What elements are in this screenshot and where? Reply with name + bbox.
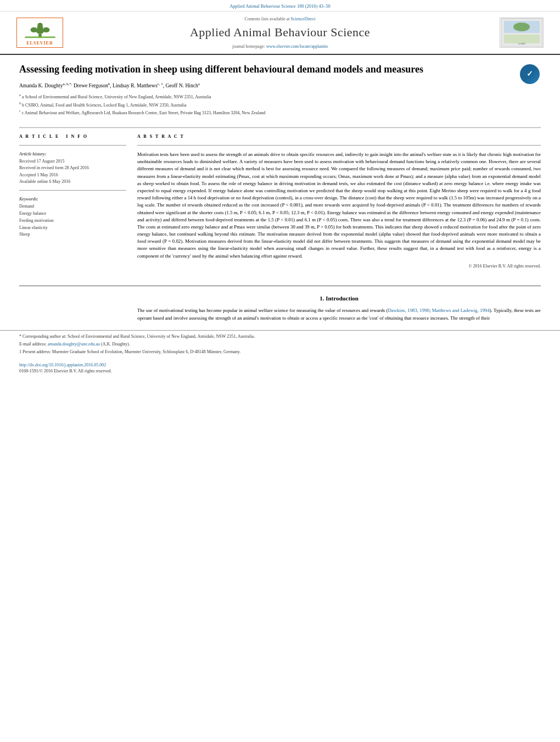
elsevier-label: ELSEVIER: [17, 39, 63, 47]
email-label: E-mail address:: [19, 342, 47, 347]
email-link[interactable]: amanda.doughty@une.edu.au: [48, 342, 100, 347]
sciencedirect-link[interactable]: ScienceDirect: [291, 16, 316, 21]
author-hinch: Geoff N. Hinch: [165, 83, 198, 89]
crossmark-icon: ✓: [520, 64, 540, 84]
author-ferguson: Drewe Ferguson: [74, 83, 108, 89]
article-info-heading: A R T I C L E I N F O: [19, 133, 126, 140]
affil-c: c c Animal Behaviour and Welfare, AgRese…: [19, 109, 513, 116]
introduction-section: 1. Introduction The use of motivational …: [0, 286, 560, 330]
abstract-heading: A B S T R A C T: [137, 133, 541, 140]
intro-right-col: 1. Introduction The use of motivational …: [137, 294, 541, 322]
intro-left-col: [19, 294, 126, 322]
email-suffix: (A.K. Doughty).: [101, 342, 130, 347]
svg-point-3: [37, 23, 42, 26]
svg-rect-6: [25, 36, 55, 38]
journal-url[interactable]: www.elsevier.com/locate/applanim: [266, 44, 328, 49]
article-title: Assessing feeding motivation in sheep us…: [19, 63, 513, 76]
svg-point-9: [513, 23, 530, 31]
elsevier-tree-icon: [24, 20, 57, 39]
journal-logo-right: AABS: [494, 18, 544, 48]
author-doughty-affil: a, b,: [63, 82, 69, 86]
intro-two-col: 1. Introduction The use of motivational …: [19, 294, 541, 322]
copyright: © 2016 Elsevier B.V. All rights reserved…: [137, 263, 541, 269]
cover-svg: AABS: [501, 18, 542, 47]
keyword-sheep: Sheep: [19, 231, 126, 238]
keyword-energy: Energy balance: [19, 210, 126, 217]
elsevier-logo: ELSEVIER: [16, 18, 66, 48]
contents-line: Contents lists available at ScienceDirec…: [66, 16, 494, 22]
doi-copyright: 0168-1591/© 2016 Elsevier B.V. All right…: [19, 369, 111, 373]
author-doughty: Amanda K. Doughty: [19, 83, 63, 89]
abstract-col: A B S T R A C T Motivation tests have be…: [137, 133, 541, 269]
footnotes-area: * Corresponding author at: School of Env…: [0, 330, 560, 359]
author-matthews-affil: c, 1: [158, 82, 163, 86]
revised-date: Received in revised form 28 April 2016: [19, 165, 126, 171]
journal-homepage: journal homepage: www.elsevier.com/locat…: [66, 43, 494, 49]
article-info-col: A R T I C L E I N F O Article history: R…: [19, 133, 126, 269]
keyword-linear: Linear elasticity: [19, 225, 126, 232]
author-hinch-affil: a: [198, 82, 200, 86]
article-dates: Received 17 August 2015 Received in revi…: [19, 158, 126, 185]
page: Applied Animal Behaviour Science 180 (20…: [0, 0, 560, 742]
svg-text:AABS: AABS: [518, 42, 525, 45]
journal-citation: Applied Animal Behaviour Science 180 (20…: [229, 3, 331, 9]
ref-dawkins[interactable]: Dawkins, 1983, 1990: [388, 308, 429, 313]
article-content: Assessing feeding motivation in sheep us…: [0, 55, 560, 277]
doi-link[interactable]: http://dx.doi.org/10.1016/j.applanim.201…: [19, 362, 106, 367]
divider-1: [19, 127, 541, 128]
article-title-text: Assessing feeding motivation in sheep us…: [19, 63, 513, 122]
present-footnote: 1 Present address: Muenster Graduate Sch…: [19, 349, 541, 355]
history-label: Article history:: [19, 151, 126, 157]
divider-abstract: [137, 145, 541, 146]
header-area: ELSEVIER Contents lists available at Sci…: [0, 12, 560, 55]
ref-matthews[interactable]: Matthews and Ladewig, 1994: [432, 308, 490, 313]
intro-title: 1. Introduction: [137, 294, 541, 303]
authors-line: Amanda K. Doughtya, b,*, Drewe Fergusonb…: [19, 81, 513, 90]
keyword-demand: Demand: [19, 203, 126, 210]
affil-b: b b CSIRO, Animal, Food and Health Scien…: [19, 101, 513, 109]
svg-point-4: [30, 27, 37, 32]
received-date: Received 17 August 2015: [19, 158, 126, 164]
journal-top-bar: Applied Animal Behaviour Science 180 (20…: [0, 0, 560, 12]
journal-cover-image: AABS: [500, 18, 544, 48]
journal-center-header: Contents lists available at ScienceDirec…: [66, 16, 494, 49]
abstract-text: Motivation tests have been used to asses…: [137, 151, 541, 260]
author-ferguson-affil: b: [108, 82, 110, 86]
corresponding-footnote: * Corresponding author at: School of Env…: [19, 333, 541, 340]
email-footnote: E-mail address: amanda.doughty@une.edu.a…: [19, 341, 541, 348]
doi-line: http://dx.doi.org/10.1016/j.applanim.201…: [0, 359, 560, 377]
divider-info: [19, 145, 126, 146]
affil-a: a a School of Environmental and Rural Sc…: [19, 93, 513, 101]
online-date: Available online 6 May 2016: [19, 178, 126, 185]
affiliations: a a School of Environmental and Rural Sc…: [19, 93, 513, 116]
keyword-feeding: Feeding motivation: [19, 217, 126, 225]
accepted-date: Accepted 1 May 2016: [19, 172, 126, 178]
svg-point-5: [42, 27, 49, 32]
corresponding-marker: *,: [69, 82, 72, 86]
elsevier-logo-img: ELSEVIER: [16, 18, 63, 48]
author-matthews: Lindsay R. Matthews: [113, 83, 158, 89]
divider-keywords: [19, 190, 126, 191]
article-title-section: Assessing feeding motivation in sheep us…: [19, 63, 541, 122]
two-column-layout: A R T I C L E I N F O Article history: R…: [19, 133, 541, 269]
journal-title: Applied Animal Behaviour Science: [66, 24, 494, 41]
keywords-list: Demand Energy balance Feeding motivation…: [19, 203, 126, 238]
keywords-label: Keywords:: [19, 196, 126, 202]
crossmark[interactable]: ✓: [519, 63, 541, 85]
intro-text: The use of motivational testing has beco…: [137, 307, 541, 321]
